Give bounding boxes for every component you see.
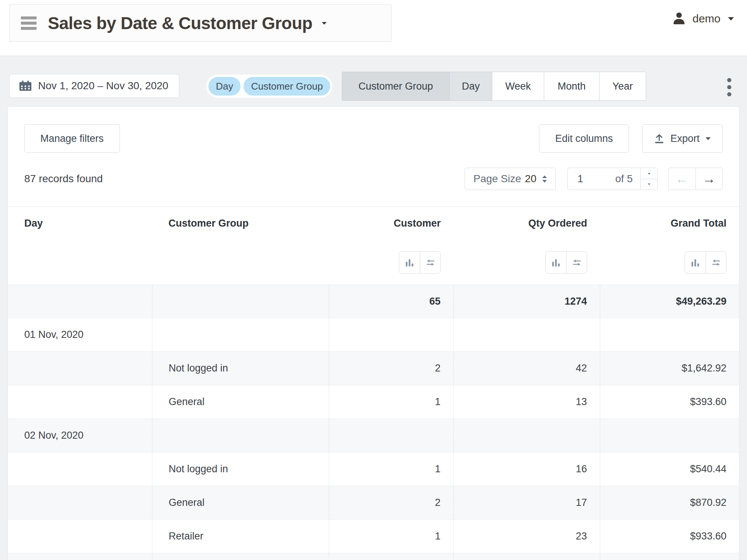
cell-qty	[453, 419, 600, 452]
cell-day	[8, 352, 152, 385]
column-tools-row	[8, 240, 739, 285]
segment-month[interactable]: Month	[544, 72, 599, 100]
page-number-control: 1 of 5	[567, 168, 658, 190]
page-title: Sales by Date & Customer Group	[48, 13, 312, 33]
cell-customer	[329, 318, 453, 352]
cell-qty: 42	[453, 352, 600, 385]
cell-total: $1,642.92	[600, 352, 739, 385]
cell-customer: 1	[329, 452, 453, 486]
segment-year[interactable]: Year	[599, 72, 646, 100]
prev-page-button[interactable]: ←	[668, 168, 695, 190]
cell-total: $540.44	[600, 452, 739, 486]
cell-customer: 1	[329, 385, 453, 419]
chart-toggle-button[interactable]	[399, 252, 420, 273]
cell-qty: 17	[453, 486, 600, 520]
cell-customer-group: Not logged in	[152, 452, 329, 486]
cell-qty: 23	[453, 520, 600, 553]
table-row: General 2 17 $870.92	[8, 486, 739, 520]
total-column-tools	[685, 251, 726, 274]
segment-customer-group[interactable]: Customer Group	[342, 72, 449, 100]
export-upload-icon	[654, 133, 665, 144]
cell-qty: 16	[453, 452, 600, 486]
compare-toggle-button[interactable]	[420, 252, 440, 273]
user-name: demo	[692, 12, 720, 25]
column-header-customer-group[interactable]: Customer Group	[152, 207, 329, 240]
cell-qty: 13	[453, 385, 600, 419]
cell-customer-group: Not logged in	[152, 352, 329, 385]
cell-total	[600, 318, 739, 352]
date-range-label: Nov 1, 2020 – Nov 30, 2020	[38, 80, 168, 92]
group-pill-customer-group[interactable]: Customer Group	[244, 77, 330, 96]
bar-chart-icon	[551, 258, 561, 268]
table-row: Not logged in 2 42 $1,642.92	[8, 352, 739, 385]
next-page-button[interactable]: →	[695, 168, 723, 190]
compare-toggle-button[interactable]	[566, 252, 587, 273]
report-table: Day Customer Group Customer Qty Ordered …	[8, 206, 739, 560]
page-total-label: of 5	[615, 173, 633, 185]
user-caret-icon	[728, 17, 734, 21]
page-input[interactable]: 1	[568, 173, 583, 185]
cell-day	[8, 452, 152, 486]
table-row: Retailer 1 23 $933.60	[8, 520, 739, 553]
page-size-select[interactable]: Page Size 20	[465, 168, 556, 190]
report-page: Sales by Date & Customer Group demo Nov …	[0, 0, 747, 560]
grouping-pills: Day Customer Group	[206, 75, 332, 98]
page-size-stepper-icon	[542, 175, 547, 183]
report-title-box[interactable]: Sales by Date & Customer Group	[9, 4, 391, 42]
page-spinner-down[interactable]	[641, 179, 657, 190]
export-caret-icon	[706, 137, 711, 140]
cell-customer-group: General	[152, 385, 329, 419]
edit-columns-button[interactable]: Edit columns	[539, 124, 629, 153]
customer-column-tools	[399, 251, 441, 274]
table-row: 01 Nov, 2020	[8, 318, 739, 352]
table-row: 02 Nov, 2020	[8, 419, 739, 452]
cell-customer: 2	[329, 486, 453, 520]
export-button[interactable]: Export	[642, 124, 723, 153]
page-spinner-up[interactable]	[641, 168, 657, 179]
card-toolbar: Manage filters Edit columns Export	[24, 124, 723, 153]
cell-day	[8, 385, 152, 419]
cell-customer	[329, 419, 453, 452]
summary-total: $49,263.29	[600, 285, 739, 318]
compare-arrows-icon	[572, 258, 582, 268]
compare-toggle-button[interactable]	[706, 252, 726, 273]
cell-customer-group: Retailer	[152, 520, 329, 553]
period-segmented-control: Customer Group Day Week Month Year	[342, 72, 646, 101]
compare-arrows-icon	[425, 258, 436, 268]
cell-day	[8, 486, 152, 520]
column-header-grand-total[interactable]: Grand Total	[600, 207, 739, 240]
cell-customer-group	[152, 318, 329, 352]
more-options-icon[interactable]	[726, 77, 733, 98]
segment-day[interactable]: Day	[449, 72, 492, 100]
group-pill-day[interactable]: Day	[208, 77, 241, 96]
menu-icon[interactable]	[21, 16, 37, 30]
page-size-value: 20	[525, 173, 536, 185]
cell-customer: 1	[329, 520, 453, 553]
chart-toggle-button[interactable]	[685, 252, 706, 273]
user-icon	[672, 11, 686, 26]
table-row-partial	[8, 553, 739, 560]
manage-filters-button[interactable]: Manage filters	[24, 124, 120, 153]
meta-row: 87 records found Page Size 20 1 of 5 ← →	[24, 168, 723, 190]
cell-customer-group: General	[152, 486, 329, 520]
segment-week[interactable]: Week	[492, 72, 544, 100]
table-row: General 1 13 $393.60	[8, 385, 739, 419]
summary-qty: 1274	[453, 285, 600, 318]
date-range-picker[interactable]: Nov 1, 2020 – Nov 30, 2020	[9, 74, 179, 98]
page-size-label: Page Size	[474, 173, 521, 185]
cell-total: $933.60	[600, 520, 739, 553]
title-caret-icon	[322, 22, 327, 24]
cell-day: 01 Nov, 2020	[8, 318, 152, 352]
user-menu[interactable]: demo	[672, 8, 734, 29]
export-label: Export	[670, 133, 700, 144]
column-header-customer[interactable]: Customer	[329, 207, 453, 240]
cell-total	[600, 419, 739, 452]
summary-row: 65 1274 $49,263.29	[8, 285, 739, 318]
cell-day	[8, 520, 152, 553]
column-header-day[interactable]: Day	[8, 207, 152, 240]
column-header-qty-ordered[interactable]: Qty Ordered	[453, 207, 600, 240]
page-spinner	[640, 168, 657, 190]
cell-customer: 2	[329, 352, 453, 385]
compare-arrows-icon	[711, 258, 721, 268]
chart-toggle-button[interactable]	[546, 252, 566, 273]
